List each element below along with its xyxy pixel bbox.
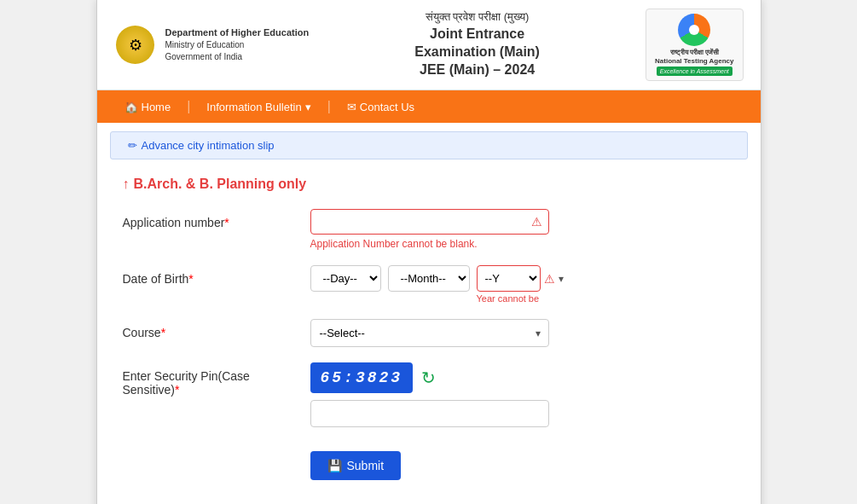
header-right: राष्ट्रीय परीक्षा एजेंसी National Testin… — [646, 9, 743, 81]
dob-control: --Day-- --Month-- --Y ⚠ ▾ Year c — [310, 265, 735, 304]
exam-title: Joint Entrance Examination (Main) JEE (M… — [309, 26, 646, 78]
course-label: Course* — [123, 319, 310, 339]
breadcrumb: ✏ Advance city intimation slip — [110, 131, 748, 159]
section-title-text: B.Arch. & B. Planning only — [134, 177, 307, 192]
dob-selects: --Day-- --Month-- --Y ⚠ ▾ Year c — [310, 265, 735, 304]
app-number-input[interactable] — [310, 209, 549, 235]
app-number-control: ⚠ Application Number cannot be blank. — [310, 209, 735, 250]
nav-separator-2: | — [326, 99, 333, 114]
captcha-area: 65:3823 ↻ — [310, 362, 735, 393]
nav-home[interactable]: 🏠 Home — [114, 94, 182, 120]
app-number-row: Application number* ⚠ Application Number… — [123, 209, 735, 250]
dept-bold: Department of Higher Education — [165, 26, 310, 39]
navbar: 🏠 Home | Information Bulletin ▾ | ✉ Cont… — [97, 90, 761, 123]
dept-line1: Ministry of Education — [165, 39, 310, 51]
dept-line2: Government of India — [165, 51, 310, 63]
contact-icon: ✉ — [347, 101, 356, 113]
dob-day-select[interactable]: --Day-- — [310, 265, 381, 292]
submit-button[interactable]: 💾 Submit — [310, 451, 402, 480]
security-pin-control: 65:3823 ↻ — [310, 362, 735, 427]
page-wrapper: ⚙ Department of Higher Education Ministr… — [96, 0, 761, 504]
arrow-up-icon: ↑ — [123, 177, 130, 192]
nta-name-english: National Testing Agency — [655, 57, 733, 66]
year-select-row: --Y ⚠ ▾ — [477, 265, 564, 292]
breadcrumb-text: Advance city intimation slip — [142, 139, 275, 152]
exam-line3: JEE (Main) – 2024 — [309, 61, 646, 79]
nav-contact[interactable]: ✉ Contact Us — [337, 94, 425, 120]
submit-spacer — [123, 443, 310, 449]
app-number-input-wrapper: ⚠ — [310, 209, 549, 235]
year-chevron-icon: ▾ — [559, 273, 564, 285]
header-center: संयुक्त प्रवेश परीक्षा (मुख्य) Joint Ent… — [309, 10, 646, 78]
breadcrumb-link[interactable]: ✏ Advance city intimation slip — [128, 139, 730, 152]
security-pin-row: Enter Security Pin(Case Sensitive)* 65:3… — [123, 362, 735, 427]
app-number-error: Application Number cannot be blank. — [310, 238, 735, 250]
govt-emblem: ⚙ — [114, 21, 157, 68]
dob-row: Date of Birth* --Day-- --Month-- --Y — [123, 265, 735, 304]
refresh-icon[interactable]: ↻ — [421, 368, 436, 388]
bulletin-label: Information Bulletin — [206, 101, 301, 113]
contact-label: Contact Us — [360, 101, 414, 113]
course-control: --Select-- ▾ — [310, 319, 735, 347]
form-section: ↑ B.Arch. & B. Planning only Application… — [97, 168, 761, 504]
dob-required: * — [188, 272, 193, 286]
hindi-title: संयुक्त प्रवेश परीक्षा (मुख्य) — [309, 10, 646, 24]
exam-line1: Joint Entrance — [309, 26, 646, 43]
home-icon: 🏠 — [124, 101, 138, 113]
chevron-down-icon: ▾ — [305, 101, 311, 113]
dob-year-select[interactable]: --Y — [477, 265, 541, 292]
year-warning-icon: ⚠ — [544, 272, 555, 286]
app-number-label: Application number* — [123, 209, 310, 229]
course-select[interactable]: --Select-- — [310, 319, 549, 347]
dob-label: Date of Birth* — [123, 265, 310, 286]
security-pin-label: Enter Security Pin(Case Sensitive)* — [123, 362, 310, 397]
dob-month-select[interactable]: --Month-- — [388, 265, 470, 292]
section-title: ↑ B.Arch. & B. Planning only — [123, 177, 735, 192]
captcha-image: 65:3823 — [310, 362, 414, 393]
exam-line2: Examination (Main) — [309, 43, 646, 61]
course-required: * — [161, 326, 165, 339]
header: ⚙ Department of Higher Education Ministr… — [97, 0, 761, 90]
nta-tagline: Excellence in Assessment — [657, 67, 733, 76]
year-error: Year cannot be — [477, 293, 564, 304]
security-required: * — [175, 383, 179, 397]
app-number-required: * — [224, 216, 229, 229]
nta-circle — [678, 14, 710, 46]
submit-label: Submit — [347, 459, 385, 472]
submit-row: 💾 Submit — [123, 443, 735, 480]
nav-bulletin[interactable]: Information Bulletin ▾ — [196, 94, 321, 120]
home-label: Home — [142, 101, 171, 113]
year-wrapper: --Y ⚠ ▾ Year cannot be — [477, 265, 564, 304]
nav-separator-1: | — [185, 99, 192, 114]
security-pin-input[interactable] — [310, 400, 549, 427]
emblem-circle: ⚙ — [116, 26, 154, 64]
header-left: ⚙ Department of Higher Education Ministr… — [114, 21, 310, 68]
submit-control: 💾 Submit — [310, 443, 735, 480]
submit-icon: 💾 — [327, 459, 342, 472]
course-select-wrapper: --Select-- ▾ — [310, 319, 549, 347]
warning-icon: ⚠ — [531, 215, 542, 229]
edit-icon: ✏ — [128, 139, 137, 152]
nta-logo: राष्ट्रीय परीक्षा एजेंसी National Testin… — [646, 9, 743, 81]
nta-name-hindi: राष्ट्रीय परीक्षा एजेंसी — [670, 49, 719, 57]
dept-info: Department of Higher Education Ministry … — [165, 26, 310, 63]
course-row: Course* --Select-- ▾ — [123, 319, 735, 347]
